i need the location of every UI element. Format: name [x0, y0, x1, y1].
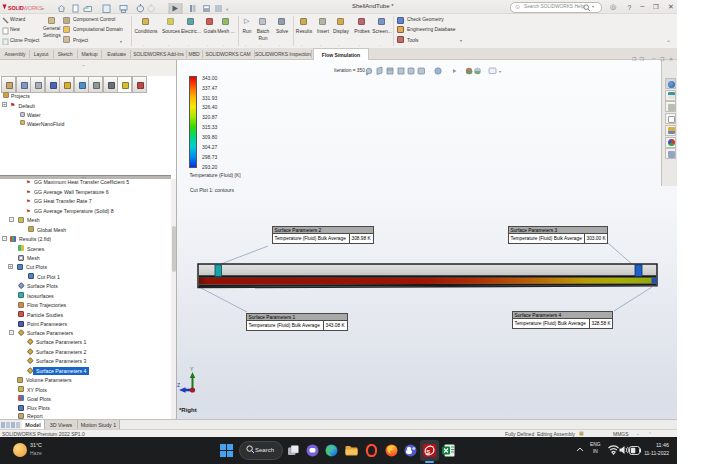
svg-text:WORKS: WORKS: [23, 5, 43, 11]
svg-text:S: S: [426, 449, 430, 455]
svg-text:Y: Y: [190, 366, 194, 372]
svg-text:SOLID: SOLID: [8, 5, 24, 11]
svg-text:▾: ▾: [226, 6, 229, 11]
svg-text:Z: Z: [177, 382, 180, 388]
svg-text:▸: ▸: [42, 6, 45, 11]
